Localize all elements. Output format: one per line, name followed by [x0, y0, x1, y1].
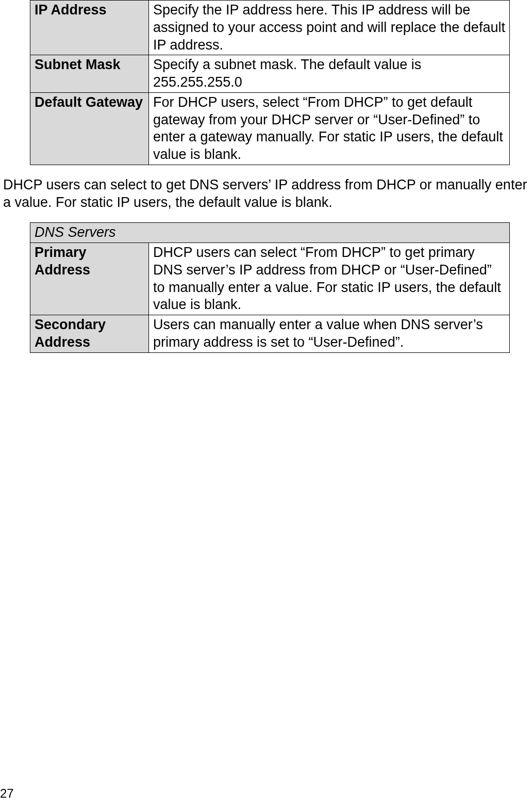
table-row: Secondary Address Users can manually ent…	[30, 315, 510, 353]
row-label-subnet-mask: Subnet Mask	[30, 55, 149, 93]
content: IP Address Specify the IP address here. …	[0, 0, 532, 353]
dns-servers-header: DNS Servers	[30, 223, 510, 243]
table-row: Subnet Mask Specify a subnet mask. The d…	[30, 55, 510, 93]
table-row: IP Address Specify the IP address here. …	[30, 1, 510, 55]
page: IP Address Specify the IP address here. …	[0, 0, 532, 809]
row-desc-default-gateway: For DHCP users, select “From DHCP” to ge…	[149, 92, 510, 165]
body-paragraph-dns: DHCP users can select to get DNS servers…	[3, 176, 528, 212]
page-number: 27	[0, 786, 14, 801]
row-label-ip-address: IP Address	[30, 1, 149, 55]
row-label-primary-address: Primary Address	[30, 243, 149, 315]
row-desc-subnet-mask: Specify a subnet mask. The default value…	[149, 55, 510, 93]
table-row: Default Gateway For DHCP users, select “…	[30, 92, 510, 165]
table-row: DNS Servers	[30, 223, 510, 243]
table-row: Primary Address DHCP users can select “F…	[30, 243, 510, 315]
row-desc-primary-address: DHCP users can select “From DHCP” to get…	[149, 243, 510, 315]
dns-servers-table: DNS Servers Primary Address DHCP users c…	[30, 222, 510, 352]
row-desc-ip-address: Specify the IP address here. This IP add…	[149, 1, 510, 55]
row-label-default-gateway: Default Gateway	[30, 92, 149, 165]
row-desc-secondary-address: Users can manually enter a value when DN…	[149, 315, 510, 353]
lan-settings-table: IP Address Specify the IP address here. …	[30, 0, 510, 165]
row-label-secondary-address: Secondary Address	[30, 315, 149, 353]
